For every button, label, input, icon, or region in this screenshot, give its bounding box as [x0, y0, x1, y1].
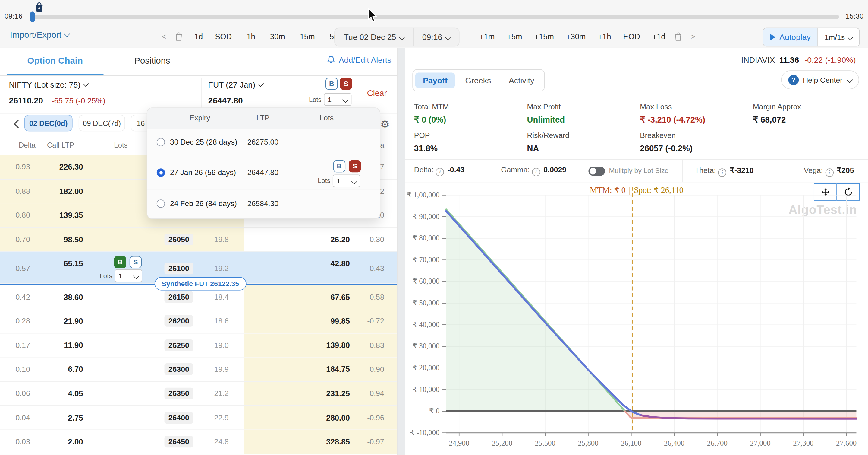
- app: 09:16 15:30 Import/Export < -1dSOD-1h-30…: [0, 0, 868, 455]
- payoff-chart[interactable]: 24,90025,20025,50025,80026,10026,40026,7…: [405, 181, 868, 455]
- info-icon[interactable]: [718, 168, 727, 177]
- add-edit-alerts-button[interactable]: Add/Edit Alerts: [327, 55, 391, 64]
- time-step-button[interactable]: -30m: [267, 32, 285, 41]
- gear-icon[interactable]: ⚙: [380, 118, 390, 130]
- time-select[interactable]: 09:16: [413, 28, 459, 46]
- synthetic-fut-badge: Synthetic FUT 26122.35: [155, 277, 246, 290]
- stat-pop: POP31.8%: [414, 131, 438, 153]
- iv: 21.2: [208, 389, 235, 398]
- call-ltp: 11.90: [32, 341, 83, 349]
- help-center-button[interactable]: ? Help Center: [781, 70, 859, 89]
- timeline-track[interactable]: [31, 15, 839, 19]
- import-export-button[interactable]: Import/Export: [10, 30, 69, 40]
- time-step-button[interactable]: +1m: [479, 32, 495, 41]
- x-tick-label: 25,500: [535, 439, 555, 447]
- chevron-down-icon: [83, 81, 89, 87]
- info-icon[interactable]: [532, 168, 540, 176]
- time-step-button[interactable]: -15m: [297, 32, 315, 41]
- radio-icon[interactable]: [157, 138, 165, 146]
- expiry-buy-button[interactable]: B: [333, 160, 345, 172]
- time-step-button[interactable]: EOD: [623, 32, 640, 41]
- fut-lots-select[interactable]: 1: [324, 93, 351, 106]
- tab-payoff[interactable]: Payoff: [415, 73, 456, 88]
- row-buy-button[interactable]: B: [114, 256, 126, 268]
- row-sell-button[interactable]: S: [130, 256, 142, 268]
- strike-chip: 26100: [164, 263, 193, 275]
- time-step-button[interactable]: +15m: [534, 32, 554, 41]
- expiry-tab-09dec[interactable]: 09 DEC (7d): [79, 115, 125, 131]
- top-bar: 09:16 15:30 Import/Export < -1dSOD-1h-30…: [0, 0, 868, 48]
- autoplay-group: Autoplay 1m/1s: [763, 28, 860, 47]
- call-ltp: 4.05: [32, 389, 83, 398]
- chain-row-26300[interactable]: 0.106.702630019.9184.75-0.90: [0, 358, 397, 382]
- time-step-button[interactable]: +1h: [598, 32, 611, 41]
- time-step-button[interactable]: +1d: [652, 32, 665, 41]
- prev-marker-icon[interactable]: <: [161, 32, 166, 41]
- x-tick-label: 27,300: [793, 439, 813, 447]
- y-tick-label: ₹ 30,000: [412, 342, 439, 350]
- strike: 26100: [162, 265, 195, 273]
- chain-row-26050[interactable]: 0.7098.502605019.826.20-0.30: [0, 227, 397, 252]
- fut-sell-button[interactable]: S: [340, 78, 352, 90]
- timeline-handle[interactable]: [30, 12, 35, 22]
- x-tick-label: 24,900: [449, 439, 469, 447]
- put-delta: -0.72: [358, 317, 384, 325]
- fut-buy-button[interactable]: B: [326, 78, 338, 90]
- divider: [201, 78, 202, 111]
- y-tick-label: ₹ 90,000: [412, 212, 439, 221]
- expiry-option-27jan[interactable]: 27 Jan 26 (56 days) 26447.80 B S Lots 1: [147, 156, 380, 189]
- iv: 19.2: [208, 265, 235, 273]
- speed-select[interactable]: 1m/1s: [818, 33, 859, 41]
- strike: 26300: [162, 365, 195, 373]
- bag-outline-icon[interactable]: [674, 32, 682, 41]
- date-select[interactable]: Tue 02 Dec 25: [335, 28, 412, 46]
- chain-row-26400[interactable]: 0.042.752640022.9280.00-0.96: [0, 406, 397, 430]
- expiry-option-30dec[interactable]: 30 Dec 25 (28 days) 26275.00: [147, 129, 380, 156]
- next-marker-icon[interactable]: >: [691, 32, 695, 41]
- future-select[interactable]: FUT (27 Jan): [208, 80, 263, 89]
- y-tick-label: ₹ -10,000: [410, 428, 439, 436]
- future-price: 26447.80: [208, 96, 243, 105]
- radio-icon[interactable]: [157, 199, 165, 208]
- time-step-button[interactable]: SOD: [215, 32, 232, 41]
- underlying-select[interactable]: NIFTY (Lot size: 75): [9, 80, 88, 89]
- info-icon[interactable]: [436, 168, 444, 176]
- strike-chip: 26050: [164, 233, 193, 245]
- time-step-button[interactable]: -1h: [244, 32, 255, 41]
- stat-breakeven: Breakeven26057 (-0.2%): [640, 131, 692, 153]
- info-icon[interactable]: [825, 168, 834, 177]
- clear-button[interactable]: Clear: [367, 88, 387, 97]
- mouse-cursor: [367, 8, 379, 24]
- expiry-lots-select[interactable]: 1: [333, 175, 361, 188]
- tab-activity[interactable]: Activity: [501, 73, 542, 88]
- expiry-option-24feb[interactable]: 24 Feb 26 (84 days) 26584.30: [147, 189, 380, 218]
- y-tick-label: ₹ 80,000: [412, 234, 439, 242]
- scroll-left-icon[interactable]: [13, 119, 22, 128]
- row-lots-select[interactable]: 1: [115, 269, 142, 282]
- header-lots: Lots: [114, 141, 137, 149]
- time-step-button[interactable]: +5m: [507, 32, 522, 41]
- radio-selected-icon[interactable]: [157, 168, 165, 177]
- iv: 18.4: [208, 293, 235, 301]
- expiry-tab-02dec[interactable]: 02 DEC (0d): [24, 115, 73, 131]
- header-call-delta: Delta: [16, 141, 38, 149]
- fut-lots-label: Lots: [309, 96, 321, 104]
- time-step-button[interactable]: -1d: [192, 32, 203, 41]
- autoplay-button[interactable]: Autoplay: [764, 28, 818, 46]
- chain-row-26350[interactable]: 0.064.052635021.2231.25-0.94: [0, 382, 397, 406]
- put-delta: -0.90: [358, 365, 384, 373]
- put-delta: -0.94: [358, 389, 384, 398]
- tab-option-chain[interactable]: Option Chain: [7, 48, 103, 76]
- tab-greeks[interactable]: Greeks: [458, 73, 499, 88]
- chain-row-26200[interactable]: 0.2821.902620018.699.85-0.72: [0, 309, 397, 333]
- time-step-button[interactable]: +30m: [566, 32, 586, 41]
- chain-row-26450[interactable]: 0.032.002645024.8328.85-0.97: [0, 430, 397, 454]
- tab-positions[interactable]: Positions: [103, 48, 201, 74]
- header-call-ltp: Call LTP: [47, 141, 97, 149]
- put-delta: -0.43: [358, 265, 384, 273]
- lot-size-toggle[interactable]: [588, 167, 605, 176]
- bag-outline-icon[interactable]: [175, 32, 183, 41]
- expiry-sell-button[interactable]: S: [349, 160, 361, 172]
- payoff-panel: INDIAVIX11.36-0.22 (-1.90%) Payoff Greek…: [405, 48, 868, 455]
- chain-row-26250[interactable]: 0.1711.902625019.0139.80-0.83: [0, 333, 397, 358]
